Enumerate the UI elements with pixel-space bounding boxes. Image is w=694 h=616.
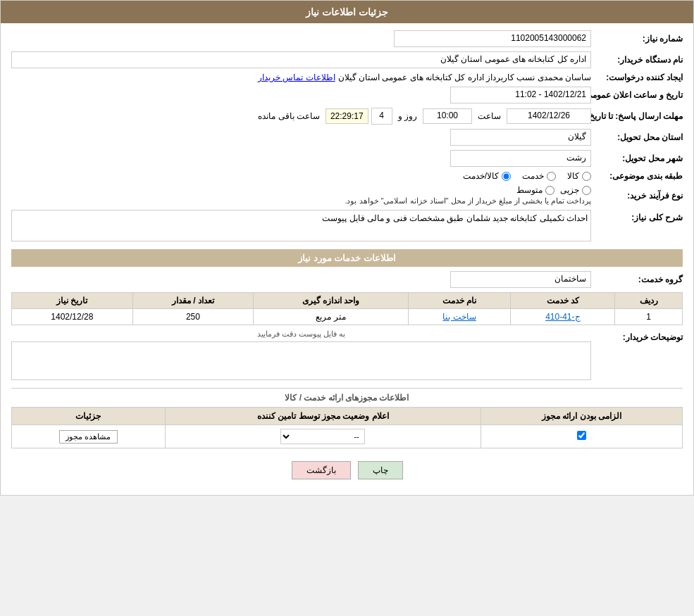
subject-kala-khedmat-label: کالا/خدمت: [463, 171, 499, 181]
process-radio-motavasset[interactable]: [545, 186, 554, 195]
col-qty: تعداد / مقدار: [132, 293, 254, 309]
cell-license-detail: مشاهده مجوز: [12, 425, 166, 448]
announce-date-label: تاریخ و ساعت اعلان عمومی:: [591, 90, 683, 100]
request-number-value: 1102005143000062: [11, 30, 591, 47]
deadline-label: مهلت ارسال پاسخ: تا تاریخ:: [591, 111, 683, 121]
col-unit: واحد اندازه گیری: [254, 293, 409, 309]
subject-row: طبقه بندی موضوعی: کالا خدمت کالا/خدمت: [11, 171, 683, 181]
request-number-label: شماره نیاز:: [591, 34, 683, 44]
deadline-time-label: ساعت: [475, 111, 504, 121]
description-textarea[interactable]: [11, 210, 591, 241]
col-row-num: ردیف: [615, 293, 683, 309]
page-wrapper: جزئیات اطلاعات نیاز شماره نیاز: 11020051…: [0, 0, 694, 496]
back-button[interactable]: بازگشت: [292, 461, 351, 479]
footer-buttons: چاپ بازگشت: [11, 453, 683, 488]
subject-option-kala[interactable]: کالا: [567, 171, 591, 181]
remaining-time-display: 22:29:17: [326, 108, 368, 124]
license-required-checkbox[interactable]: [577, 431, 586, 440]
col-service-code: کد خدمت: [511, 293, 615, 309]
service-group-row: گروه خدمت: ساختمان: [11, 271, 683, 288]
creator-label: ایجاد کننده درخواست:: [591, 73, 683, 82]
subject-options: کالا خدمت کالا/خدمت: [11, 171, 591, 181]
city-label: شهر محل تحویل:: [591, 153, 683, 163]
buyer-org-display: اداره کل کتابخانه های عمومی استان گیلان: [11, 51, 591, 68]
col-license-detail: جزئیات: [12, 408, 166, 425]
page-title: جزئیات اطلاعات نیاز: [1, 1, 693, 23]
buyer-note-row: توضیحات خریدار: به فایل پیوست دقت فرمایی…: [11, 329, 683, 382]
license-status-select[interactable]: --: [280, 429, 365, 444]
process-jozi-label: جزیی: [560, 185, 579, 195]
services-table-header-row: ردیف کد خدمت نام خدمت واحد اندازه گیری ت…: [12, 293, 683, 309]
col-service-name: نام خدمت: [408, 293, 511, 309]
process-motavasset-label: متوسط: [516, 185, 543, 195]
city-row: شهر محل تحویل: رشت: [11, 150, 683, 167]
license-table: الزامی بودن ارائه مجوز اعلام وضعیت مجوز …: [11, 407, 683, 448]
contact-link[interactable]: اطلاعات تماس خریدار: [258, 73, 335, 82]
process-radio-jozi[interactable]: [582, 186, 591, 195]
cell-license-status: --: [165, 425, 481, 448]
remaining-time-label: ساعت باقی مانده: [255, 111, 323, 121]
creator-display: ساسان محمدی نسب کاربرداز اداره کل کتابخا…: [338, 73, 591, 82]
subject-radio-kala[interactable]: [582, 172, 591, 181]
request-number-display: 1102005143000062: [394, 30, 591, 47]
content-area: شماره نیاز: 1102005143000062 نام دستگاه …: [1, 23, 693, 495]
deadline-date-display: 1402/12/26: [507, 108, 591, 124]
subject-option-kala-khedmat[interactable]: کالا/خدمت: [463, 171, 511, 181]
cell-service-name: ساخت بنا: [408, 309, 511, 325]
subject-radio-khedmat[interactable]: [547, 172, 556, 181]
services-section-header: اطلاعات خدمات مورد نیاز: [11, 249, 683, 267]
process-type-area: جزیی متوسط پرداخت تمام یا بخشی از مبلغ خ…: [11, 185, 591, 206]
cell-unit: متر مربع: [254, 309, 409, 325]
process-option-jozi[interactable]: جزیی: [560, 185, 591, 195]
province-value: گیلان: [11, 129, 591, 146]
announce-date-display: 1402/12/21 - 11:02: [450, 87, 591, 103]
col-license-required: الزامی بودن ارائه مجوز: [481, 408, 682, 425]
cell-qty: 250: [132, 309, 254, 325]
cell-row-num: 1: [615, 309, 683, 325]
buyer-note-area: به فایل پیوست دقت فرمایید: [11, 329, 591, 382]
service-group-display: ساختمان: [450, 271, 591, 288]
buyer-note-label: توضیحات خریدار:: [591, 329, 683, 342]
description-label: شرح کلی نیاز:: [591, 210, 683, 222]
license-section-title: اطلاعات مجوزهای ارائه خدمت / کالا: [11, 388, 683, 403]
view-license-button[interactable]: مشاهده مجوز: [59, 430, 117, 444]
request-number-row: شماره نیاز: 1102005143000062: [11, 30, 683, 47]
creator-value-area: ساسان محمدی نسب کاربرداز اداره کل کتابخا…: [11, 73, 591, 82]
subject-khedmat-label: خدمت: [522, 171, 544, 181]
table-row: 1 ج-41-410 ساخت بنا متر مربع 250 1402/12…: [12, 309, 683, 325]
cell-service-code: ج-41-410: [511, 309, 615, 325]
cell-license-required: [481, 425, 682, 448]
services-table: ردیف کد خدمت نام خدمت واحد اندازه گیری ت…: [11, 292, 683, 325]
col-license-status: اعلام وضعیت مجوز توسط تامین کننده: [165, 408, 481, 425]
city-display: رشت: [450, 150, 591, 167]
remaining-days-display: 4: [371, 108, 392, 125]
deadline-value-area: 1402/12/26 ساعت 10:00 روز و 4 22:29:17 س…: [11, 108, 591, 125]
creator-row: ایجاد کننده درخواست: ساسان محمدی نسب کار…: [11, 73, 683, 82]
print-button[interactable]: چاپ: [358, 461, 403, 479]
buyer-note-textarea[interactable]: [11, 341, 591, 380]
buyer-org-row: نام دستگاه خریدار: اداره کل کتابخانه های…: [11, 51, 683, 68]
process-option-motavasset[interactable]: متوسط: [516, 185, 554, 195]
process-note: پرداخت تمام یا بخشی از مبلغ خریدار از مح…: [11, 196, 591, 206]
table-row: -- مشاهده مجوز: [12, 425, 683, 448]
subject-kala-label: کالا: [567, 171, 579, 181]
province-label: استان محل تحویل:: [591, 132, 683, 142]
province-row: استان محل تحویل: گیلان: [11, 129, 683, 146]
announce-date-row: تاریخ و ساعت اعلان عمومی: 1402/12/21 - 1…: [11, 87, 683, 103]
description-row: شرح کلی نیاز:: [11, 210, 683, 244]
process-type-row: نوع فرآیند خرید: جزیی متوسط پرداخت تمام …: [11, 185, 683, 206]
deadline-time-display: 10:00: [423, 108, 472, 124]
service-group-label: گروه خدمت:: [591, 275, 683, 284]
buyer-note-hint: به فایل پیوست دقت فرمایید: [11, 329, 591, 339]
subject-option-khedmat[interactable]: خدمت: [522, 171, 556, 181]
cell-date: 1402/12/28: [12, 309, 133, 325]
license-header-row: الزامی بودن ارائه مجوز اعلام وضعیت مجوز …: [12, 408, 683, 425]
province-display: گیلان: [450, 129, 591, 146]
subject-radio-kala-khedmat[interactable]: [502, 172, 511, 181]
city-value: رشت: [11, 150, 591, 167]
subject-label: طبقه بندی موضوعی:: [591, 171, 683, 181]
description-value-area: [11, 210, 591, 244]
process-options-row: جزیی متوسط: [11, 185, 591, 195]
service-group-value: ساختمان: [11, 271, 591, 288]
process-type-label: نوع فرآیند خرید:: [591, 191, 683, 201]
